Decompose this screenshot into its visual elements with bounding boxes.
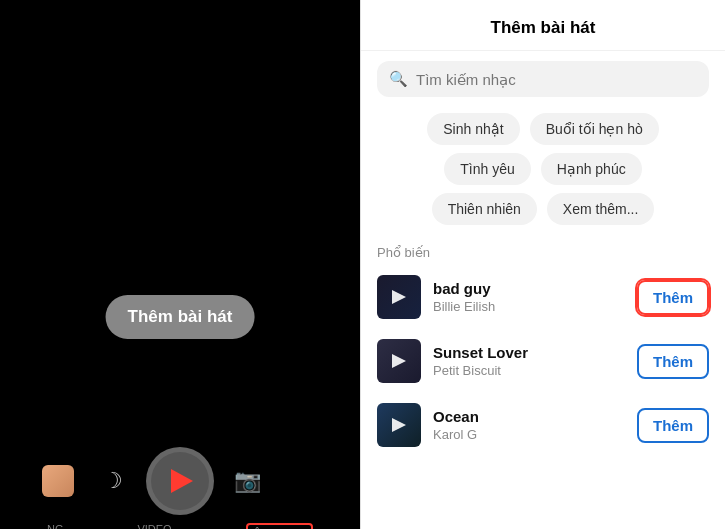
gallery-button[interactable] — [36, 459, 80, 503]
song-artist-1: Billie Eilish — [433, 299, 625, 314]
add-song-sheet: Thêm bài hát 🔍 Sinh nhật Buổi tối hẹn hò… — [360, 0, 725, 529]
song-artist-3: Karol G — [433, 427, 625, 442]
spacer — [280, 459, 324, 503]
sheet-header: Thêm bài hát — [361, 0, 725, 51]
play-icon — [171, 469, 193, 493]
search-container: 🔍 — [361, 51, 725, 107]
camera-icon: 📷 — [234, 468, 261, 494]
camera-flip-button[interactable]: 📷 — [225, 459, 269, 503]
tags-row-1: Sinh nhật Buổi tối hẹn hò — [427, 113, 658, 145]
add-button-1[interactable]: Thêm — [637, 280, 709, 315]
sheet-title: Thêm bài hát — [491, 18, 596, 37]
play-icon-2 — [392, 354, 406, 368]
record-inner — [151, 452, 209, 510]
tag-buoitoihendo[interactable]: Buổi tối hẹn hò — [530, 113, 659, 145]
song-name-1: bad guy — [433, 280, 625, 297]
song-thumbnail-3 — [377, 403, 421, 447]
song-info-2: Sunset Lover Petit Biscuit — [433, 344, 625, 378]
song-name-3: Ocean — [433, 408, 625, 425]
toolbar-icons-row: ☽ 📷 — [0, 447, 360, 515]
search-icon: 🔍 — [389, 70, 408, 88]
song-thumbnail-1 — [377, 275, 421, 319]
song-thumbnail-2 — [377, 339, 421, 383]
camera-view: Thêm bài hát ☽ 📷 — [0, 0, 360, 529]
song-info-1: bad guy Billie Eilish — [433, 280, 625, 314]
search-input[interactable] — [416, 71, 697, 88]
tag-thiennhien[interactable]: Thiên nhiên — [432, 193, 537, 225]
play-icon-1 — [392, 290, 406, 304]
tag-sinhnhat[interactable]: Sinh nhật — [427, 113, 519, 145]
nav-item-video[interactable]: VIDEO — [137, 523, 171, 529]
bottom-nav: NG VIDEO ÂM NHẠC — [0, 523, 360, 529]
popular-section: Phổ biến — [361, 235, 725, 265]
tag-hanhphuc[interactable]: Hạnh phúc — [541, 153, 642, 185]
song-item-ocean: Ocean Karol G Thêm — [361, 393, 725, 457]
popular-label: Phổ biến — [377, 245, 430, 260]
song-list: bad guy Billie Eilish Thêm Sunset Lover … — [361, 265, 725, 529]
gallery-icon — [42, 465, 74, 497]
tag-xemthem[interactable]: Xem thêm... — [547, 193, 654, 225]
song-artist-2: Petit Biscuit — [433, 363, 625, 378]
song-name-2: Sunset Lover — [433, 344, 625, 361]
camera-toolbar: ☽ 📷 NG VIDEO ÂM NHẠC — [0, 439, 360, 529]
song-item-badguy: bad guy Billie Eilish Thêm — [361, 265, 725, 329]
song-info-3: Ocean Karol G — [433, 408, 625, 442]
tags-container: Sinh nhật Buổi tối hẹn hò Tình yêu Hạnh … — [361, 107, 725, 235]
tags-row-2: Tình yêu Hạnh phúc — [444, 153, 641, 185]
song-item-sunsetlover: Sunset Lover Petit Biscuit Thêm — [361, 329, 725, 393]
search-bar: 🔍 — [377, 61, 709, 97]
add-song-overlay-label: Thêm bài hát — [128, 307, 233, 326]
moon-icon: ☽ — [103, 468, 123, 494]
add-button-2[interactable]: Thêm — [637, 344, 709, 379]
add-song-overlay-button[interactable]: Thêm bài hát — [106, 295, 255, 339]
play-icon-3 — [392, 418, 406, 432]
nav-item-ng[interactable]: NG — [47, 523, 64, 529]
moon-button[interactable]: ☽ — [91, 459, 135, 503]
add-button-3[interactable]: Thêm — [637, 408, 709, 443]
nav-item-amnhac[interactable]: ÂM NHẠC — [246, 523, 313, 529]
tag-tinhyeu[interactable]: Tình yêu — [444, 153, 530, 185]
record-button[interactable] — [146, 447, 214, 515]
tags-row-3: Thiên nhiên Xem thêm... — [432, 193, 655, 225]
